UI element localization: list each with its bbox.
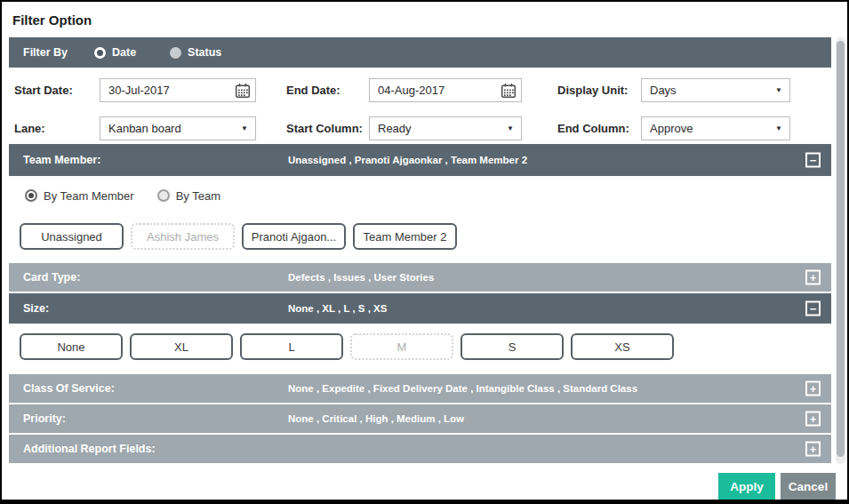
page-title: Filter Option: [12, 12, 92, 28]
radio-option-date[interactable]: Date: [94, 46, 136, 59]
member-button-team-member-2[interactable]: Team Member 2: [353, 223, 457, 250]
start-date-input[interactable]: [100, 80, 232, 100]
team-member-summary: Unassigned , Pranoti Ajgaonkar , Team Me…: [288, 155, 527, 165]
radio-status-icon[interactable]: [170, 47, 181, 59]
chevron-down-icon: ▼: [775, 124, 782, 132]
radio-by-team-icon[interactable]: [157, 189, 170, 202]
lane-value: Kanban board: [100, 122, 181, 135]
member-button-unassigned[interactable]: Unassigned: [20, 223, 124, 250]
dialog-footer: Apply Cancel: [2, 465, 847, 501]
plus-icon[interactable]: +: [805, 381, 821, 396]
size-summary: None , XL , L , S , XS: [288, 303, 387, 314]
minus-icon[interactable]: −: [805, 301, 821, 316]
size-button-m[interactable]: M: [350, 333, 453, 360]
radio-status-label: Status: [188, 46, 221, 59]
plus-icon[interactable]: +: [805, 412, 821, 427]
date-filter-row: Start Date: End Date:: [2, 68, 847, 112]
size-button-none[interactable]: None: [20, 333, 123, 360]
card-type-section-header: Card Type: Defects , Issues , User Stori…: [9, 263, 831, 292]
member-button-ashish-james[interactable]: Ashish James: [131, 223, 235, 250]
class-of-service-section-header: Class Of Service: None , Expedite , Fixe…: [9, 374, 831, 403]
cancel-button[interactable]: Cancel: [781, 473, 836, 500]
team-member-chip-row: Unassigned Ashish James Pranoti Ajgaon..…: [2, 212, 847, 263]
chevron-down-icon: ▼: [241, 124, 248, 132]
team-member-label: Team Member:: [23, 154, 100, 166]
by-team-member-label: By Team Member: [44, 189, 134, 203]
filter-by-label: Filter By: [23, 46, 68, 59]
priority-label: Priority:: [23, 412, 66, 425]
size-button-xl[interactable]: XL: [130, 333, 233, 360]
end-date-field[interactable]: [369, 78, 522, 102]
dialog-header: Filter Option: [2, 2, 847, 37]
plus-icon[interactable]: +: [805, 442, 821, 457]
display-unit-select[interactable]: Days ▼: [641, 78, 790, 102]
end-date-input[interactable]: [370, 80, 501, 100]
priority-summary: None , Critical , High , Medium , Low: [288, 413, 464, 424]
class-of-service-label: Class Of Service:: [23, 382, 115, 395]
size-label: Size:: [23, 302, 49, 315]
filter-option-dialog: Filter Option Filter By Date Status Star…: [0, 0, 849, 504]
end-column-value: Approve: [642, 122, 693, 135]
display-unit-label: Display Unit:: [557, 84, 641, 97]
radio-option-by-team[interactable]: By Team: [157, 189, 220, 203]
size-button-l[interactable]: L: [240, 333, 343, 360]
team-member-mode-row: By Team Member By Team: [2, 176, 847, 212]
scrollbar-thumb[interactable]: [837, 41, 845, 457]
radio-date-icon[interactable]: [94, 47, 106, 59]
lane-label: Lane:: [14, 122, 100, 135]
card-type-summary: Defects , Issues , User Stories: [288, 272, 434, 283]
radio-date-label: Date: [112, 46, 136, 59]
filter-by-bar: Filter By Date Status: [9, 37, 831, 68]
scrollbar-track[interactable]: [836, 37, 845, 464]
filter-by-radio-group: Date Status: [94, 46, 255, 59]
start-column-select[interactable]: Ready ▼: [369, 116, 522, 140]
chevron-down-icon: ▼: [775, 86, 782, 94]
end-column-label: End Column:: [557, 122, 641, 135]
start-date-field[interactable]: [100, 78, 256, 102]
display-unit-value: Days: [642, 84, 677, 97]
end-column-select[interactable]: Approve ▼: [641, 116, 790, 140]
end-date-label: End Date:: [286, 84, 369, 97]
team-member-section-header: Team Member: Unassigned , Pranoti Ajgaon…: [9, 144, 831, 176]
size-button-xs[interactable]: XS: [571, 333, 674, 360]
start-column-value: Ready: [370, 122, 412, 135]
start-column-label: Start Column:: [286, 122, 369, 135]
additional-report-fields-section-header: Additional Report Fields: +: [9, 435, 831, 463]
radio-by-team-member-icon[interactable]: [25, 189, 37, 202]
radio-option-by-team-member[interactable]: By Team Member: [25, 189, 134, 203]
additional-report-fields-label: Additional Report Fields:: [23, 443, 156, 455]
card-type-label: Card Type:: [23, 271, 80, 284]
lane-filter-row: Lane: Kanban board ▼ Start Column: Ready…: [2, 112, 847, 144]
plus-icon[interactable]: +: [805, 270, 821, 285]
apply-button[interactable]: Apply: [718, 473, 775, 500]
start-date-calendar-icon[interactable]: [234, 82, 252, 100]
chevron-down-icon: ▼: [507, 124, 514, 132]
end-date-calendar-icon[interactable]: [500, 82, 517, 100]
class-of-service-summary: None , Expedite , Fixed Delivery Date , …: [288, 383, 637, 394]
radio-option-status[interactable]: Status: [170, 46, 221, 59]
start-date-label: Start Date:: [14, 84, 100, 97]
by-team-label: By Team: [176, 189, 220, 203]
member-button-pranoti-ajgaonkar[interactable]: Pranoti Ajgaon...: [242, 223, 346, 250]
size-section-header: Size: None , XL , L , S , XS −: [9, 293, 831, 324]
size-button-s[interactable]: S: [461, 333, 564, 360]
lane-select[interactable]: Kanban board ▼: [100, 116, 256, 140]
minus-icon[interactable]: −: [805, 153, 821, 168]
priority-section-header: Priority: None , Critical , High , Mediu…: [9, 404, 831, 433]
size-chip-row: None XL L M S XS: [2, 324, 847, 374]
